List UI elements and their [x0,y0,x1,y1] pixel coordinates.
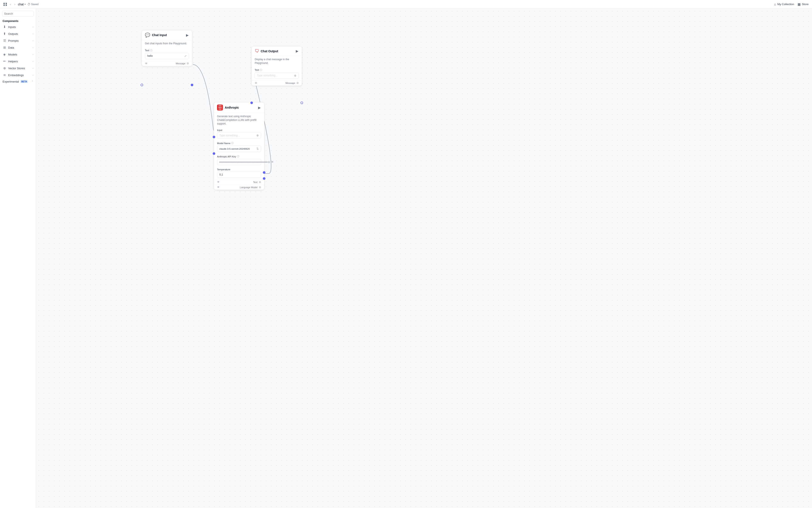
anthropic-icon: ANTHROPIC [217,104,223,111]
anthropic-run-button[interactable]: ▶ [258,105,261,110]
sidebar-item-label: Data [8,46,14,49]
search-input[interactable] [4,12,36,15]
anthropic-api-key-copy-icon[interactable]: ⊕ [268,161,270,164]
anthropic-api-key-left-port[interactable] [213,152,215,155]
anthropic-header: ANTHROPIC Anthropic ▶ [214,102,264,113]
chat-input-bottom-row: 👁 Message ⚙ [142,61,192,66]
anthropic-language-model-port-row: 👁 Language Model ⚙ [214,184,264,190]
anthropic-input-label: Input [217,129,222,131]
anthropic-temperature-label: Temperature [217,168,230,171]
sidebar-item-label: Embeddings [8,74,24,77]
anthropic-input-expand-icon[interactable]: ⊕ [257,134,259,137]
models-icon: ◈ [3,52,6,56]
search-box[interactable]: 🔍 [2,11,34,16]
anthropic-input-placeholder: Type something... [219,134,240,137]
chat-input-port-label: Message [176,62,185,65]
collection-icon: ⌂ [774,2,776,6]
chat-input-eye-icon[interactable]: 👁 [145,62,148,65]
sidebar-item-label: Models [8,53,17,56]
chat-output-expand-icon[interactable]: ⊕ [294,74,297,77]
sidebar: 🔍 Components ⬇ Inputs › ⬆ Outputs › ☰ Pr… [0,9,36,508]
chat-output-port-settings-icon[interactable]: ⚙ [297,82,299,85]
components-label: Components [0,18,36,24]
anthropic-language-model-right-port[interactable] [263,177,265,180]
store-button[interactable]: ▦ Store [798,2,809,6]
anthropic-temperature-field: Temperature 0,1 [214,167,264,179]
chat-input-expand-icon[interactable]: ⤢ [184,54,187,58]
tab-name[interactable]: chat ▾ [18,3,26,6]
vector-stores-chevron-icon: › [33,67,33,70]
sidebar-item-outputs[interactable]: ⬆ Outputs › [0,30,36,37]
sidebar-item-label: Outputs [8,32,18,36]
forward-arrow[interactable]: › [13,2,16,6]
anthropic-input-input[interactable]: Type something... ⊕ [217,132,261,138]
data-chevron-icon: › [33,46,33,49]
anthropic-language-model-eye-icon[interactable]: 👁 [217,185,220,189]
prompts-icon: ☰ [3,39,6,43]
topbar: ‹ › chat ▾ ⏱ Saved ⌂ My Collection ▦ Sto… [0,0,812,9]
chat-output-header: 🗨 Chat Output ▶ [252,46,302,56]
chat-output-right-port[interactable] [301,101,303,104]
chat-output-text-info-icon: ⓘ [260,69,262,72]
anthropic-text-port-settings-icon[interactable]: ⚙ [259,181,261,184]
anthropic-text-eye-icon[interactable]: 👁 [217,180,220,184]
sidebar-item-label: Inputs [8,26,16,29]
anthropic-text-port-row: 👁 Text ⚙ [214,179,264,184]
chat-output-text-label: Text [255,69,259,71]
chat-output-port-label: Message [285,82,295,84]
chat-input-left-port[interactable] [141,84,143,86]
anthropic-model-name-field: Model Name ⓘ claude-3-5-sonnet-20240620 … [214,140,264,154]
sidebar-item-inputs[interactable]: ⬇ Inputs › [0,24,36,30]
vector-stores-icon: ⊕ [3,66,6,70]
canvas-background [36,9,812,508]
anthropic-input-left-port[interactable] [213,136,215,138]
chat-output-bottom-row: 👁 Message ⚙ [252,80,302,86]
experimental-chevron-icon: ⌃ [31,80,33,83]
inputs-chevron-icon: › [33,26,33,28]
sidebar-item-embeddings[interactable]: ≋ Embeddings › [0,72,36,79]
chat-input-port-settings-icon[interactable]: ⚙ [187,62,189,65]
chat-input-run-button[interactable]: ▶ [186,33,189,38]
anthropic-api-key-eye-icon[interactable]: 👁 [271,161,274,164]
chat-output-eye-icon[interactable]: 👁 [255,82,258,85]
sidebar-item-models[interactable]: ◈ Models › [0,51,36,58]
anthropic-text-port-label: Text [253,181,258,183]
anthropic-model-name-value: claude-3-5-sonnet-20240620 [219,147,250,150]
sidebar-item-data[interactable]: ⊞ Data › [0,44,36,51]
anthropic-language-model-port-settings-icon[interactable]: ⚙ [259,186,261,189]
back-arrow[interactable]: ‹ [9,2,12,6]
anthropic-temperature-input[interactable]: 0,1 [217,172,261,178]
chat-input-right-port[interactable] [191,84,193,86]
helpers-icon: ✏ [3,59,6,63]
anthropic-api-key-input[interactable]: ••••••••••••••••••••••••••••••••••••••••… [217,159,261,165]
chat-input-text-field: Text ⓘ hello ⤢ [142,47,192,61]
chat-output-placeholder: Type something... [257,74,277,77]
anthropic-api-key-field: Anthropic API Key ⓘ ••••••••••••••••••••… [214,154,264,167]
sidebar-item-vector-stores[interactable]: ⊕ Vector Stores › [0,65,36,72]
chat-input-text-input[interactable]: hello ⤢ [145,53,189,59]
chat-output-run-button[interactable]: ▶ [295,49,299,53]
chat-output-node: 🗨 Chat Output ▶ Display a chat message i… [252,46,302,86]
anthropic-language-model-port-label: Language Model [240,186,258,188]
anthropic-text-right-port[interactable] [263,171,265,174]
chat-input-header: 💬 Chat Input ▶ [142,30,192,40]
chat-input-node: 💬 Chat Input ▶ Get chat inputs from the … [142,30,192,66]
anthropic-model-stepper-icon[interactable]: ⇅ [257,147,259,150]
sidebar-item-helpers[interactable]: ✏ Helpers › [0,58,36,65]
my-collection-button[interactable]: ⌂ My Collection [774,2,794,6]
anthropic-model-name-input[interactable]: claude-3-5-sonnet-20240620 ⇅ [217,145,261,152]
sidebar-item-prompts[interactable]: ☰ Prompts › [0,37,36,44]
sidebar-item-experimental[interactable]: Experimental BETA ⌃ [0,79,36,85]
chat-input-description: Get chat inputs from the Playground. [142,40,192,47]
anthropic-model-name-label: Model Name [217,142,230,144]
inputs-icon: ⬇ [3,25,6,29]
chat-input-text-info-icon: ⓘ [150,49,152,52]
outputs-icon: ⬆ [3,32,6,36]
sidebar-item-label: Vector Stores [8,67,25,70]
chat-output-text-input[interactable]: Type something... ⊕ [255,73,299,79]
anthropic-title: Anthropic [225,106,239,109]
canvas[interactable]: 💬 Chat Input ▶ Get chat inputs from the … [36,9,812,508]
anthropic-model-name-info-icon: ⓘ [231,141,234,145]
anthropic-api-key-value: ••••••••••••••••••••••••••••••••••••••••… [219,161,268,163]
chat-output-left-port[interactable] [250,101,253,104]
